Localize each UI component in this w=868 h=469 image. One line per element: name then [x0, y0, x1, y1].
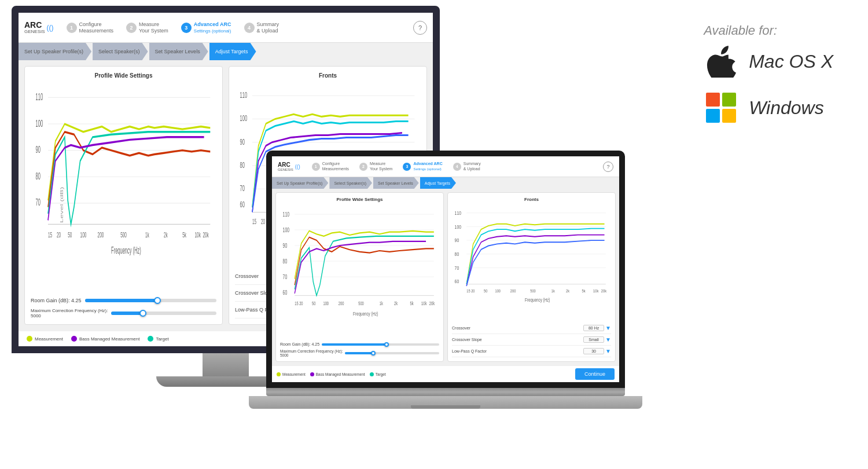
laptop-lowpassq-value[interactable]: 30 [583, 348, 604, 354]
svg-text:70: 70 [36, 197, 41, 208]
laptop-slope-row: Crossover Slope Small ▼ [452, 334, 611, 346]
laptop-bc-select[interactable]: Select Speaker(s) [329, 177, 372, 189]
svg-text:10k: 10k [421, 300, 426, 306]
svg-text:100: 100 [283, 226, 289, 233]
arc-text: ARC [24, 20, 42, 30]
svg-text:90: 90 [36, 145, 41, 155]
laptop-help-button[interactable]: ? [603, 162, 613, 172]
genesis-text: GENESIS [24, 29, 45, 34]
laptop-content: Profile Wide Settings 110 100 90 80 70 6… [272, 189, 619, 365]
svg-text:Frequency (Hz): Frequency (Hz) [353, 310, 378, 317]
svg-text:100: 100 [495, 288, 501, 293]
bc-setup[interactable]: Set Up Speaker Profile(s) [19, 43, 91, 60]
svg-text:90: 90 [240, 137, 245, 146]
svg-text:5k: 5k [410, 300, 414, 306]
room-gain-slider[interactable] [85, 299, 216, 302]
svg-text:2k: 2k [566, 288, 570, 293]
laptop-room-gain-slider[interactable] [322, 343, 439, 346]
room-gain-row: Room Gain (dB): 4.25 [31, 298, 216, 303]
max-freq-slider[interactable] [111, 312, 216, 315]
svg-text:80: 80 [240, 160, 245, 169]
svg-text:70: 70 [283, 273, 288, 280]
bc-levels[interactable]: Set Speaker Levels [149, 43, 208, 60]
svg-text:20k: 20k [429, 300, 435, 306]
continue-button[interactable]: Continue [575, 368, 615, 380]
laptop-step-num-4: 4 [453, 163, 461, 171]
laptop-crossover-value[interactable]: 80 Hz [583, 325, 604, 331]
monitor-right-title: Fronts [235, 72, 421, 79]
help-button[interactable]: ? [413, 21, 427, 35]
svg-text:2k: 2k [164, 230, 168, 239]
svg-text:20: 20 [261, 217, 265, 225]
svg-text:15 20: 15 20 [466, 288, 475, 293]
svg-text:5k: 5k [582, 288, 586, 293]
nav-step-1[interactable]: 1 ConfigureMeasurements [62, 19, 119, 36]
bc-targets[interactable]: Adjust Targets [209, 43, 256, 60]
laptop-breadcrumb: Set Up Speaker Profile(s) Select Speaker… [272, 177, 619, 189]
svg-text:100: 100 [323, 300, 329, 306]
svg-text:500: 500 [358, 300, 364, 306]
laptop-step-num-2: 2 [359, 163, 367, 171]
laptop-crossover-dropdown[interactable]: 80 Hz ▼ [583, 325, 611, 331]
crossover-arrow: ▼ [605, 325, 611, 331]
laptop-nav-step-4[interactable]: 4 Summary& Upload [450, 160, 484, 173]
laptop-screen: ARC GENESIS (() 1 ConfigureMeasurements … [266, 151, 625, 388]
arc-logo: ARC GENESIS (() [24, 21, 54, 34]
laptop-lowpassq-label: Low-Pass Q Factor [452, 349, 583, 353]
laptop-footer: Measurement Bass Managed Measurement Tar… [272, 365, 619, 382]
svg-text:90: 90 [455, 237, 459, 243]
laptop-nav-step-3[interactable]: 3 Advanced ARCSettings (optional) [399, 160, 446, 173]
laptop-slope-label: Crossover Slope [452, 338, 583, 342]
svg-text:80: 80 [283, 258, 288, 265]
laptop-lowpassq-dropdown[interactable]: 30 ▼ [583, 348, 611, 354]
step-num-1: 1 [67, 23, 77, 33]
svg-text:100: 100 [36, 118, 43, 129]
laptop-max-freq-slider[interactable] [345, 352, 439, 354]
nav-step-2[interactable]: 2 MeasureYour System [122, 19, 173, 36]
laptop-left-chart: 110 100 90 80 70 60 15 20 [280, 204, 439, 339]
laptop-bc-setup[interactable]: Set Up Speaker Profile(s) [272, 177, 328, 189]
laptop-right-panel: Fronts 110 100 90 80 70 60 [447, 192, 616, 362]
laptop-nav-step-1[interactable]: 1 ConfigureMeasurements [308, 160, 352, 173]
monitor-nav: ARC GENESIS (() 1 ConfigureMeasurements … [19, 13, 433, 43]
arc-waves: (() [47, 24, 54, 32]
laptop-slope-dropdown[interactable]: Small ▼ [583, 336, 611, 343]
svg-text:60: 60 [240, 200, 245, 209]
bass-managed-label: Bass Managed Measurement [79, 336, 140, 342]
laptop-nav: ARC GENESIS (() 1 ConfigureMeasurements … [272, 156, 619, 177]
laptop-bass-label: Bass Managed Measurement [316, 372, 365, 376]
laptop-right-chart: 110 100 90 80 70 60 15 20 [452, 204, 611, 323]
laptop-app: ARC GENESIS (() 1 ConfigureMeasurements … [272, 156, 619, 382]
svg-text:10k: 10k [593, 288, 599, 293]
monitor-left-title: Profile Wide Settings [31, 72, 216, 79]
laptop-bc-targets[interactable]: Adjust Targets [420, 177, 456, 189]
laptop-step-label-4: Summary& Upload [464, 162, 481, 171]
svg-text:500: 500 [530, 288, 536, 293]
target-label: Target [156, 336, 168, 342]
laptop-step-num-1: 1 [312, 163, 320, 171]
laptop-bc-levels[interactable]: Set Speaker Levels [373, 177, 419, 189]
laptop-slope-value[interactable]: Small [583, 336, 604, 343]
monitor-breadcrumb: Set Up Speaker Profile(s) Select Speaker… [19, 43, 433, 60]
svg-text:10k: 10k [195, 230, 201, 239]
laptop-nav-step-2[interactable]: 2 MeasureYour System [356, 160, 396, 173]
svg-text:15: 15 [252, 217, 256, 225]
max-freq-row: Maximum Correction Frequency (Hz):5000 [31, 308, 216, 318]
legend-measurement: Measurement [27, 336, 63, 342]
laptop-room-gain-label: Room Gain (dB): 4.25 [280, 342, 319, 346]
step-label-4: Summary& Upload [257, 21, 279, 34]
laptop-legend: Measurement Bass Managed Measurement Tar… [277, 372, 386, 376]
slope-arrow: ▼ [605, 336, 611, 343]
nav-step-4[interactable]: 4 Summary& Upload [240, 19, 284, 36]
svg-text:20k: 20k [203, 230, 209, 239]
laptop-hinge [266, 388, 625, 396]
measurement-dot [27, 336, 32, 342]
bc-select[interactable]: Select Speaker(s) [93, 43, 148, 60]
laptop-measurement-dot [277, 372, 281, 376]
svg-text:110: 110 [240, 91, 247, 100]
laptop-right-title: Fronts [452, 197, 611, 202]
nav-step-3[interactable]: 3 Advanced ARCSettings (optional) [176, 19, 236, 36]
monitor-neck [203, 353, 249, 376]
mac-label: Mac OS X [749, 51, 833, 72]
svg-text:1k: 1k [380, 300, 383, 306]
